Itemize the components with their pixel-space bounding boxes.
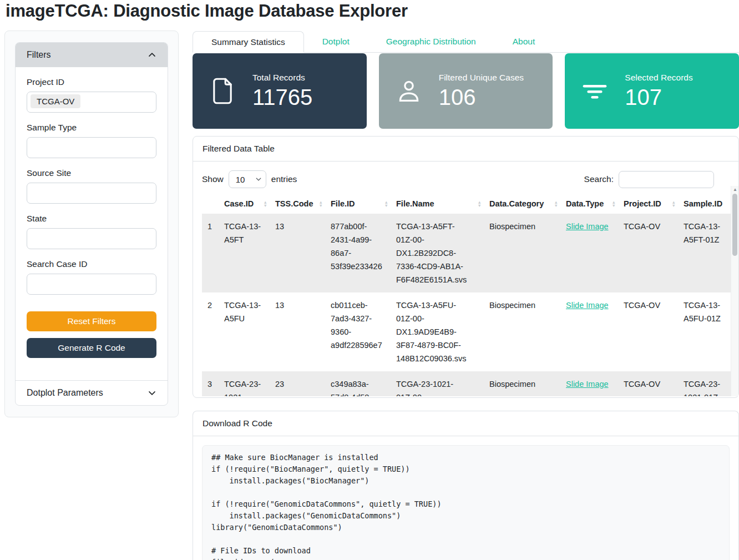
page-title: imageTCGA: Diagnostic Image Database Exp… <box>6 1 408 21</box>
cell-file-id: 877ab00f- 2431-4a99- 86a7- 53f39e233426 <box>326 214 392 292</box>
filters-title: Filters <box>27 50 51 60</box>
generate-r-code-button[interactable]: Generate R Code <box>27 338 156 358</box>
sort-icons: ▲▼ <box>478 201 482 208</box>
value-box-value: 106 <box>439 84 553 110</box>
column-header-sample-id[interactable]: Sample.ID▲▼ <box>679 195 738 214</box>
sample-type-input[interactable] <box>27 137 156 158</box>
search-case-id-input[interactable] <box>27 274 156 295</box>
cell-sample-id: TCGA-23- 1021-01Z <box>679 371 738 396</box>
table-scrollbar[interactable]: ▲ ▼ <box>731 186 738 396</box>
scroll-up-arrow-icon[interactable]: ▲ <box>731 186 738 193</box>
dotplot-parameters-title: Dotplot Parameters <box>27 388 103 398</box>
show-label: Show <box>202 174 224 184</box>
table-header-row: Case.ID▲▼ TSS.Code▲▼ File.ID▲▼ File.Name… <box>202 195 738 214</box>
cell-sample-id: TCGA-13- A5FT-01Z <box>679 214 738 292</box>
reset-filters-button[interactable]: Reset Filters <box>27 311 156 331</box>
data-table: Case.ID▲▼ TSS.Code▲▼ File.ID▲▼ File.Name… <box>202 195 738 396</box>
sort-icons: ▲▼ <box>612 201 616 208</box>
tab-summary-statistics[interactable]: Summary Statistics <box>193 31 304 53</box>
table-row[interactable]: 3 TCGA-23- 1021 23 c349a83a- 57d8-4d58- … <box>202 371 738 396</box>
value-box-total-records: Total Records 11765 <box>193 53 367 129</box>
table-search-input[interactable] <box>619 171 714 188</box>
column-header-case-id[interactable]: Case.ID▲▼ <box>220 195 271 214</box>
table-row[interactable]: 1 TCGA-13- A5FT 13 877ab00f- 2431-4a99- … <box>202 214 738 292</box>
slide-image-link[interactable]: Slide Image <box>566 301 609 310</box>
column-header-file-id[interactable]: File.ID▲▼ <box>326 195 392 214</box>
cell-file-name: TCGA-13-A5FU- 01Z-00- DX1.9AD9E4B9- 3F87… <box>392 292 485 371</box>
sort-icons: ▲▼ <box>319 201 323 208</box>
sort-icons: ▲▼ <box>264 201 267 208</box>
value-box-title: Selected Records <box>625 73 739 83</box>
value-box-title: Total Records <box>252 73 367 83</box>
r-code-block: ## Make sure BiocManager is installed if… <box>202 445 730 560</box>
state-input[interactable] <box>27 228 156 249</box>
row-number: 2 <box>202 292 220 371</box>
tab-geographic-distribution[interactable]: Geographic Distribution <box>368 31 494 52</box>
value-box-filtered-unique-cases: Filtered Unique Cases 106 <box>379 53 553 129</box>
tab-dotplot[interactable]: Dotplot <box>304 31 368 52</box>
sidebar: Filters Project ID TCGA-OV Sample Type S… <box>4 31 179 417</box>
sidebar-accordion: Filters Project ID TCGA-OV Sample Type S… <box>15 42 168 406</box>
download-r-code-card: Download R Code ## Make sure BiocManager… <box>193 411 739 560</box>
code-card-title: Download R Code <box>193 411 738 436</box>
filtered-data-table-card: Filtered Data Table Show 10 entries Sear… <box>193 136 739 398</box>
chevron-down-icon <box>148 389 156 397</box>
scrollbar-thumb[interactable] <box>732 194 737 256</box>
cell-file-name: TCGA-23-1021- 01Z-00- <box>392 371 485 396</box>
slide-image-link[interactable]: Slide Image <box>566 380 609 389</box>
cell-sample-id: TCGA-13- A5FU-01Z <box>679 292 738 371</box>
cell-file-name: TCGA-13-A5FT- 01Z-00- DX1.2B292DC8- 7336… <box>392 214 485 292</box>
slide-image-link[interactable]: Slide Image <box>566 222 609 231</box>
file-icon <box>193 76 252 106</box>
app-window: imageTCGA: Diagnostic Image Database Exp… <box>0 0 739 560</box>
row-number: 3 <box>202 371 220 396</box>
row-number: 1 <box>202 214 220 292</box>
filters-panel: Project ID TCGA-OV Sample Type Source Si… <box>16 67 168 371</box>
cell-case-id: TCGA-13- A5FT <box>220 214 271 292</box>
column-header-data-type[interactable]: Data.Type▲▼ <box>561 195 619 214</box>
project-id-label: Project ID <box>27 77 156 87</box>
column-header-project-id[interactable]: Project.ID▲▼ <box>619 195 679 214</box>
cell-data-category: Biospecimen <box>485 214 561 292</box>
column-header-tss-code[interactable]: TSS.Code▲▼ <box>271 195 326 214</box>
cell-file-id: c349a83a- 57d8-4d58- <box>326 371 392 396</box>
project-id-token: TCGA-OV <box>31 94 80 108</box>
cell-tss-code: 23 <box>271 371 326 396</box>
sort-icons: ▲▼ <box>384 201 388 208</box>
source-site-input[interactable] <box>27 183 156 204</box>
sort-icons: ▲▼ <box>554 201 558 208</box>
person-icon <box>379 77 439 105</box>
search-case-id-label: Search Case ID <box>27 259 156 269</box>
cell-tss-code: 13 <box>271 214 326 292</box>
value-boxes: Total Records 11765 Filtered Unique Case… <box>193 53 739 129</box>
source-site-label: Source Site <box>27 168 156 178</box>
value-box-selected-records: Selected Records 107 <box>565 53 739 129</box>
cell-file-id: cb011ceb- 7ad3-4327- 9360- a9df228596e7 <box>326 292 392 371</box>
table-row[interactable]: 2 TCGA-13- A5FU 13 cb011ceb- 7ad3-4327- … <box>202 292 738 371</box>
cell-case-id: TCGA-23- 1021 <box>220 371 271 396</box>
column-header-data-category[interactable]: Data.Category▲▼ <box>485 195 561 214</box>
page-length-select[interactable]: 10 <box>229 170 266 188</box>
entries-label: entries <box>271 174 297 184</box>
cell-tss-code: 13 <box>271 292 326 371</box>
project-id-input[interactable]: TCGA-OV <box>27 92 156 113</box>
cell-data-category: Biospecimen <box>485 292 561 371</box>
cell-project-id: TCGA-OV <box>619 371 679 396</box>
filters-accordion-header[interactable]: Filters <box>16 43 168 67</box>
filter-icon <box>565 77 625 105</box>
sample-type-label: Sample Type <box>27 123 156 133</box>
column-header-file-name[interactable]: File.Name▲▼ <box>392 195 485 214</box>
chevron-up-icon <box>148 51 156 59</box>
table-card-body: Show 10 entries Search: <box>193 162 738 396</box>
cell-project-id: TCGA-OV <box>619 214 679 292</box>
cell-project-id: TCGA-OV <box>619 292 679 371</box>
search-label: Search: <box>584 174 614 184</box>
main-tabs: Summary Statistics Dotplot Geographic Di… <box>193 31 739 53</box>
cell-case-id: TCGA-13- A5FU <box>220 292 271 371</box>
dotplot-parameters-accordion-header[interactable]: Dotplot Parameters <box>16 381 168 405</box>
tab-about[interactable]: About <box>494 31 554 52</box>
value-box-value: 11765 <box>252 84 367 110</box>
table-card-title: Filtered Data Table <box>193 137 738 162</box>
value-box-value: 107 <box>625 84 739 110</box>
state-label: State <box>27 214 156 224</box>
